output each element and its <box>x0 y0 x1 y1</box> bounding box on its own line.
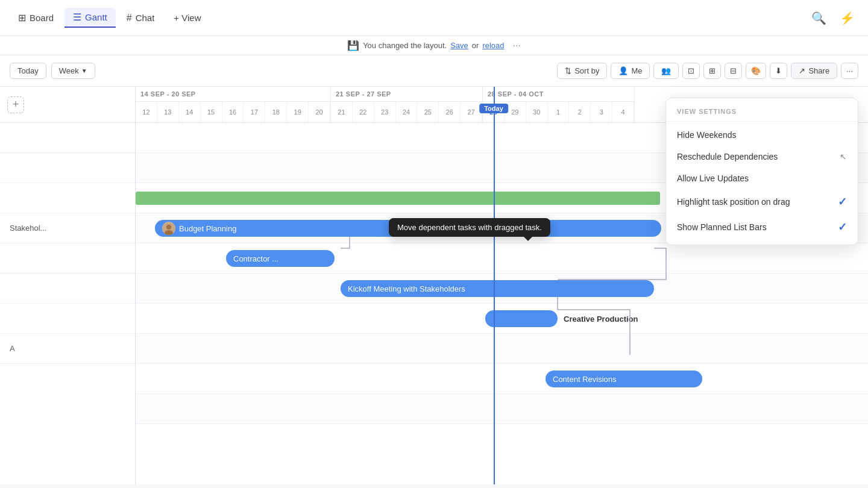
nav-gantt[interactable]: ☰ Gantt <box>64 8 116 28</box>
sort-by-label: Sort by <box>574 66 599 75</box>
sidebar-row-7 <box>0 304 135 334</box>
bar-avatar <box>162 222 175 235</box>
color-button[interactable]: 🎨 <box>746 63 766 79</box>
layout-button[interactable]: ⊟ <box>725 63 742 79</box>
contractor-bar-label: Contractor ... <box>233 254 278 263</box>
hide-weekends-label: Hide Weekends <box>677 130 737 140</box>
date-14: 14 <box>179 102 201 122</box>
nav-view-label: + View <box>174 13 201 23</box>
dropdown-item-hide-weekends[interactable]: Hide Weekends <box>666 124 858 146</box>
date-16: 16 <box>222 102 244 122</box>
bar-green[interactable] <box>136 192 660 205</box>
kickoff-bar-label: Kickoff Meeting with Stakeholders <box>348 284 465 293</box>
share-label: Share <box>808 66 829 75</box>
dropdown-item-planned-bars[interactable]: Show Planned List Bars ✓ <box>666 214 858 240</box>
planned-bars-label: Show Planned List Bars <box>677 222 767 232</box>
add-row-button[interactable]: + <box>7 96 24 113</box>
date-4: 4 <box>612 102 634 122</box>
bar-creative[interactable] <box>485 310 558 327</box>
date-26: 26 <box>439 102 461 122</box>
bar-content[interactable]: Content Revisions <box>546 371 702 387</box>
today-button[interactable]: Today <box>10 63 46 79</box>
share-icon: ↗ <box>799 66 805 75</box>
nav-board-label: Board <box>30 13 54 23</box>
date-22: 22 <box>353 102 374 122</box>
sidebar-row-a: A <box>0 334 135 364</box>
sidebar-rows: Stakehol... A <box>0 123 135 364</box>
date-19: 19 <box>287 102 309 122</box>
dropdown-item-highlight[interactable]: Highlight task position on drag ✓ <box>666 189 858 214</box>
notif-icon: 💾 <box>347 40 359 51</box>
svg-point-1 <box>166 225 171 230</box>
date-30: 30 <box>526 102 548 122</box>
gantt-icon: ☰ <box>73 11 81 23</box>
date-25: 25 <box>417 102 439 122</box>
search-button[interactable]: 🔍 <box>808 7 830 29</box>
date-18: 18 <box>265 102 287 122</box>
sidebar-label-a: A <box>10 344 15 353</box>
reschedule-label: Reschedule Dependencies <box>677 152 778 161</box>
today-label: Today <box>479 104 508 113</box>
person-icon: 👤 <box>618 66 628 75</box>
save-link[interactable]: Save <box>450 41 468 50</box>
date-20: 20 <box>309 102 330 122</box>
sort-icon: ⇅ <box>565 66 571 75</box>
date-15: 15 <box>201 102 222 122</box>
date-13: 13 <box>157 102 179 122</box>
date-group-1-label: 14 SEP - 20 SEP <box>136 87 330 102</box>
more-button[interactable]: ··· <box>841 63 858 79</box>
date-17: 17 <box>244 102 265 122</box>
date-24: 24 <box>396 102 418 122</box>
date-1: 1 <box>548 102 570 122</box>
dropdown-item-live-updates[interactable]: Allow Live Updates <box>666 167 858 189</box>
hash-icon: # <box>127 13 132 23</box>
sidebar-header: + <box>0 87 135 123</box>
nav-add-view[interactable]: + View <box>165 9 209 27</box>
expand-button[interactable]: ⊞ <box>703 63 721 79</box>
date-12: 12 <box>136 102 157 122</box>
nav-gantt-label: Gantt <box>85 12 107 22</box>
download-button[interactable]: ⬇ <box>770 63 787 79</box>
collapse-button[interactable]: ⊡ <box>682 63 700 79</box>
group-button[interactable]: 👥 <box>653 63 679 79</box>
date-cells-2: 21 22 23 24 25 26 27 <box>331 102 482 122</box>
gantt-row-8 <box>136 394 868 424</box>
view-settings-dropdown: VIEW SETTINGS Hide Weekends Reschedule D… <box>665 98 858 245</box>
nav-chat[interactable]: # Chat <box>118 9 163 27</box>
me-button[interactable]: 👤 Me <box>611 63 650 79</box>
today-label: Today <box>17 66 39 75</box>
lightning-button[interactable]: ⚡ <box>836 7 858 29</box>
sidebar-row-1 <box>0 123 135 153</box>
reload-link[interactable]: reload <box>482 41 504 50</box>
layout-icon: ⊟ <box>730 66 737 75</box>
bar-contractor[interactable]: Contractor ... <box>226 250 335 267</box>
top-navigation: ⊞ Board ☰ Gantt # Chat + View 🔍 ⚡ <box>0 0 868 36</box>
budget-bar-label: Budget Planning <box>179 224 236 233</box>
sort-by-button[interactable]: ⇅ Sort by <box>557 63 607 79</box>
download-icon: ⬇ <box>775 66 782 75</box>
notif-text: You changed the layout. <box>363 41 447 50</box>
creative-label-right: Creative Production <box>564 314 638 324</box>
expand-icon: ⊞ <box>709 66 715 75</box>
sidebar-row-5 <box>0 243 135 274</box>
gantt-sidebar: + Stakehol... A <box>0 87 136 484</box>
gantt-row-6 <box>136 334 868 364</box>
drag-tooltip: Move dependent tasks with dragged task. <box>389 218 550 237</box>
board-icon: ⊞ <box>18 12 26 23</box>
nav-board[interactable]: ⊞ Board <box>10 8 62 27</box>
dropdown-header: VIEW SETTINGS <box>666 103 858 119</box>
notif-more[interactable]: ··· <box>513 40 521 51</box>
share-button[interactable]: ↗ Share <box>791 63 837 79</box>
sidebar-label-stakeholder: Stakehol... <box>10 224 46 233</box>
sidebar-row-3 <box>0 183 135 213</box>
week-label: Week <box>59 66 79 75</box>
highlight-check-icon: ✓ <box>838 195 847 208</box>
nav-right-actions: 🔍 ⚡ <box>808 7 858 29</box>
dropdown-item-reschedule[interactable]: Reschedule Dependencies ↖ <box>666 146 858 167</box>
notif-or: or <box>472 41 479 50</box>
week-button[interactable]: Week ▼ <box>51 63 95 79</box>
planned-bars-check-icon: ✓ <box>838 221 847 234</box>
notification-bar: 💾 You changed the layout. Save or reload… <box>0 36 868 55</box>
bar-kickoff[interactable]: Kickoff Meeting with Stakeholders <box>341 280 654 297</box>
tooltip-text: Move dependent tasks with dragged task. <box>397 223 542 232</box>
